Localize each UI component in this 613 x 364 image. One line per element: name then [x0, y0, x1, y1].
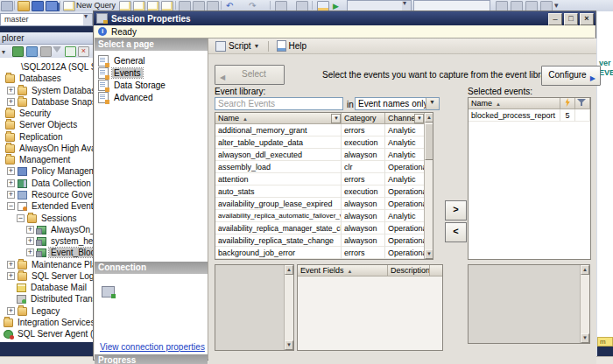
- table-row[interactable]: availability_replica_state_changealwayso…: [215, 234, 425, 247]
- tree-item[interactable]: Distributed Transaction Coor: [0, 293, 93, 304]
- tree-item[interactable]: Extended Events: [0, 200, 93, 212]
- scroll-up-button[interactable]: [425, 113, 433, 122]
- tree-item[interactable]: AlwaysOn_health: [0, 224, 93, 235]
- collapse-icon[interactable]: [7, 202, 15, 210]
- tree-item[interactable]: Database Mail: [0, 282, 93, 293]
- new-query-button[interactable]: New Query: [76, 1, 116, 10]
- category-filter-button[interactable]: [331, 114, 341, 123]
- view-connection-properties-link[interactable]: View connection properties: [100, 342, 205, 352]
- tree-item[interactable]: Sessions: [0, 213, 93, 224]
- connect-icon[interactable]: [12, 46, 24, 57]
- column-header-description[interactable]: Description: [388, 265, 430, 276]
- tree-item[interactable]: Security: [0, 108, 93, 119]
- database-combo[interactable]: master: [0, 13, 93, 26]
- filter-icon[interactable]: [53, 46, 61, 52]
- expand-icon[interactable]: [7, 87, 15, 94]
- table-row[interactable]: background_job_errorerrorsOperational: [215, 247, 425, 259]
- table-row[interactable]: alwayson_ddl_executedalwaysonAnalytic: [215, 149, 425, 161]
- scroll-up-button[interactable]: [285, 265, 293, 275]
- close-button[interactable]: [580, 13, 594, 25]
- tree-item[interactable]: AlwaysOn High Availability: [0, 143, 93, 154]
- expand-icon[interactable]: [26, 248, 34, 256]
- tree-item[interactable]: Databases: [0, 73, 93, 84]
- tree-item[interactable]: SQL Server Logs: [0, 270, 93, 282]
- tree-item[interactable]: Legacy: [0, 305, 93, 317]
- refresh-icon[interactable]: [65, 46, 76, 57]
- move-right-button[interactable]: >: [445, 200, 467, 220]
- tree-item[interactable]: Resource Governor: [0, 189, 93, 200]
- open-file-icon[interactable]: [18, 1, 30, 11]
- minimize-button[interactable]: [548, 13, 562, 25]
- column-header-filter[interactable]: [575, 98, 590, 109]
- scroll-down-button[interactable]: [285, 340, 293, 350]
- column-header-category[interactable]: Category: [342, 113, 385, 124]
- configure-button[interactable]: Configure: [541, 66, 601, 86]
- expand-icon[interactable]: [7, 167, 15, 175]
- column-header-name[interactable]: Name: [469, 98, 560, 109]
- scroll-down-button[interactable]: [425, 249, 433, 259]
- chevron-down-icon[interactable]: [2, 46, 11, 55]
- table-row[interactable]: availability_replica_manager_state_chang…: [215, 222, 425, 234]
- save-icon[interactable]: [32, 1, 44, 11]
- table-row[interactable]: availability_replica_automatic_failover_…: [215, 210, 425, 222]
- chevron-down-icon[interactable]: [83, 14, 92, 25]
- execute-icon[interactable]: [333, 1, 343, 10]
- chevron-down-icon[interactable]: [426, 98, 439, 109]
- expand-icon[interactable]: [26, 237, 34, 245]
- expand-icon[interactable]: [7, 191, 15, 199]
- tree-item[interactable]: Integration Services Catalogs: [0, 317, 93, 328]
- table-row[interactable]: attentionerrorsAnalytic: [215, 173, 425, 186]
- tree-item[interactable]: Server Objects: [0, 119, 93, 130]
- search-scope-combo[interactable]: Event names only: [355, 97, 440, 110]
- table-row[interactable]: assembly_loadclrOperational: [215, 161, 425, 173]
- channel-filter-button[interactable]: [414, 114, 424, 123]
- expand-icon[interactable]: [7, 307, 15, 315]
- tree-item[interactable]: system_health: [0, 235, 93, 247]
- table-row[interactable]: blocked_process_report 5: [469, 109, 590, 122]
- tree-item-selected[interactable]: Event_Blocking: [0, 247, 93, 258]
- tree-item[interactable]: Management: [0, 154, 93, 165]
- expand-icon[interactable]: [7, 272, 15, 280]
- select-button[interactable]: Select: [215, 65, 285, 85]
- column-header-lightning[interactable]: [560, 98, 575, 109]
- scrollbar-thumb[interactable]: [425, 123, 433, 160]
- tree-item[interactable]: Maintenance Plans: [0, 259, 93, 270]
- delete-icon[interactable]: [78, 46, 89, 57]
- tree-item[interactable]: Database Snapshots: [0, 96, 93, 108]
- table-row[interactable]: auto_statsexecutionOperational: [215, 186, 425, 198]
- save-all-icon[interactable]: [46, 1, 58, 11]
- tree-item[interactable]: SQL Server Agent (Agent XPs dis: [0, 328, 93, 340]
- maximize-button[interactable]: [564, 13, 578, 25]
- page-item-data-storage[interactable]: Data Storage: [98, 79, 203, 91]
- page-item-general[interactable]: General: [98, 54, 203, 66]
- search-events-input[interactable]: [215, 97, 343, 110]
- toolbar-grid-icon[interactable]: [1, 1, 13, 11]
- scroll-down-button[interactable]: [581, 333, 589, 343]
- undo-icon[interactable]: [226, 1, 236, 10]
- toolbar-overflow-handle[interactable]: ▾: [554, 1, 559, 10]
- tree-item-server[interactable]: \SQL2012A (SQL Server: [0, 61, 93, 73]
- move-left-button[interactable]: <: [445, 222, 467, 242]
- tree-item[interactable]: System Databases: [0, 85, 93, 96]
- expand-icon[interactable]: [7, 98, 15, 106]
- table-row[interactable]: alter_table_update_dataexecutionAnalytic: [215, 136, 425, 149]
- chevron-down-icon[interactable]: ▼: [254, 43, 260, 49]
- page-item-events[interactable]: Events: [98, 66, 203, 79]
- column-header-event-fields[interactable]: Event Fields: [298, 265, 388, 276]
- expand-icon[interactable]: [26, 226, 34, 234]
- table-row[interactable]: availability_group_lease_expiredalwayson…: [215, 198, 425, 210]
- tree-item[interactable]: Policy Management: [0, 165, 93, 177]
- expand-icon[interactable]: [7, 179, 15, 187]
- table-row[interactable]: additional_memory_granterrorsAnalytic: [215, 124, 425, 136]
- collapse-icon[interactable]: [17, 214, 25, 222]
- redo-icon[interactable]: [249, 1, 259, 10]
- disconnect-icon[interactable]: [26, 46, 38, 57]
- column-header-name[interactable]: Name: [215, 113, 342, 124]
- page-item-advanced[interactable]: Advanced: [98, 91, 203, 103]
- dialog-title-bar[interactable]: Session Properties: [94, 11, 595, 25]
- tree-item[interactable]: Data Collection: [0, 178, 93, 189]
- expand-icon[interactable]: [7, 261, 15, 269]
- help-button[interactable]: Help: [273, 39, 311, 52]
- chevron-down-icon[interactable]: [402, 1, 411, 10]
- stop-icon[interactable]: [40, 46, 52, 57]
